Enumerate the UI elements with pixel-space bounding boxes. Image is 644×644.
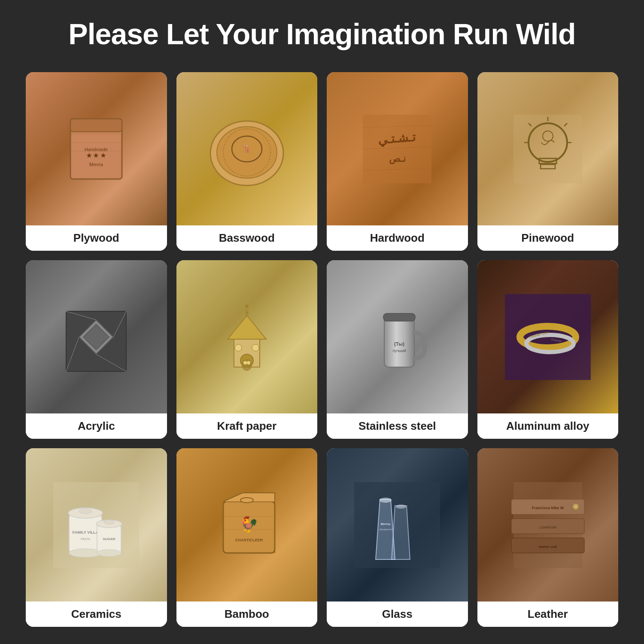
svg-point-61 xyxy=(79,509,92,514)
svg-point-42 xyxy=(242,359,252,371)
svg-point-40 xyxy=(252,344,259,351)
card-label-pinewood: Pinewood xyxy=(477,225,619,251)
card-pinewood: Pinewood xyxy=(477,72,619,251)
card-bamboo: 🐓 CHANTICLEER Bamboo xyxy=(176,448,318,627)
card-label-kraftpaper: Kraft paper xyxy=(176,413,318,439)
svg-text:CHANTICLEER: CHANTICLEER xyxy=(235,538,263,542)
svg-text:FAMILY VILLA: FAMILY VILLA xyxy=(73,530,99,535)
svg-text:نـص: نـص xyxy=(389,153,406,164)
svg-text:🐓: 🐓 xyxy=(240,515,258,533)
svg-text:leather craft: leather craft xyxy=(539,545,557,549)
card-image-glass: Мечты сбываются xyxy=(327,448,468,601)
card-label-basswood: Basswood xyxy=(176,225,318,251)
card-aluminum: Forever Love Forever Aluminum alloy xyxy=(477,260,619,439)
svg-text:SUGAR: SUGAR xyxy=(103,537,115,541)
svg-text:Francisca Nike W: Francisca Nike W xyxy=(532,506,564,510)
card-image-bamboo: 🐓 CHANTICLEER xyxy=(176,448,318,601)
card-image-leather: Francisca Nike W 123456789 leather craft xyxy=(477,448,619,601)
card-kraftpaper: ★ Kraft paper xyxy=(176,260,318,439)
card-image-basswood: 🦌 xyxy=(176,72,318,225)
card-leather: Francisca Nike W 123456789 leather craft… xyxy=(477,448,619,627)
card-label-bamboo: Bamboo xyxy=(176,601,318,627)
svg-point-89 xyxy=(574,505,577,508)
card-image-kraftpaper: ★ xyxy=(176,260,318,413)
card-hardwood: تـشـتـي نـص Hardwood xyxy=(327,72,468,251)
svg-point-66 xyxy=(97,550,121,556)
svg-marker-37 xyxy=(228,316,266,339)
svg-point-68 xyxy=(104,520,114,524)
card-label-stainless: Stainless steel xyxy=(327,413,468,439)
card-image-acrylic xyxy=(26,260,167,413)
svg-point-71 xyxy=(240,498,253,503)
card-label-leather: Leather xyxy=(477,601,619,627)
card-glass: Мечты сбываются Glass xyxy=(327,448,468,627)
card-label-hardwood: Hardwood xyxy=(327,225,468,251)
card-image-aluminum: Forever Love Forever xyxy=(477,260,619,413)
svg-point-44 xyxy=(247,361,250,365)
svg-point-39 xyxy=(235,344,242,351)
svg-text:PASTA: PASTA xyxy=(81,538,90,541)
svg-point-43 xyxy=(243,361,247,365)
svg-text:лучший: лучший xyxy=(392,349,406,353)
card-image-stainless: {Ты} лучший xyxy=(327,260,468,413)
card-image-ceramics: FAMILY VILLA PASTA SUGAR xyxy=(26,448,167,601)
card-label-ceramics: Ceramics xyxy=(26,601,167,627)
svg-text:Мечта: Мечта xyxy=(89,162,103,167)
svg-text:123456789: 123456789 xyxy=(539,526,557,529)
svg-text:🦌: 🦌 xyxy=(241,143,252,153)
svg-text:★ ★ ★: ★ ★ ★ xyxy=(86,152,106,159)
page-title: Please Let Your Imagination Run Wild xyxy=(68,17,575,51)
card-ceramics: FAMILY VILLA PASTA SUGAR Ceramics xyxy=(26,448,167,627)
svg-point-80 xyxy=(396,504,406,509)
card-basswood: 🦌 Basswood xyxy=(176,72,318,251)
svg-text:сбываются: сбываются xyxy=(379,528,392,531)
materials-grid: ★ ★ ★ Handmade Мечта Plywood xyxy=(26,72,618,627)
svg-point-46 xyxy=(245,304,249,308)
card-image-hardwood: تـشـتـي نـص xyxy=(327,72,468,225)
card-label-plywood: Plywood xyxy=(26,225,167,251)
card-label-aluminum: Aluminum alloy xyxy=(477,413,619,439)
card-label-acrylic: Acrylic xyxy=(26,413,167,439)
svg-rect-48 xyxy=(383,313,415,321)
svg-point-79 xyxy=(380,498,392,503)
card-image-plywood: ★ ★ ★ Handmade Мечта xyxy=(26,72,167,225)
svg-rect-1 xyxy=(70,119,122,132)
card-plywood: ★ ★ ★ Handmade Мечта Plywood xyxy=(26,72,167,251)
svg-rect-13 xyxy=(363,115,431,183)
card-label-glass: Glass xyxy=(327,601,468,627)
svg-text:{Ты}: {Ты} xyxy=(394,341,405,346)
card-stainless: {Ты} лучший Stainless steel xyxy=(327,260,468,439)
svg-rect-19 xyxy=(513,115,582,183)
svg-text:Мечты: Мечты xyxy=(381,522,391,526)
card-acrylic: Acrylic xyxy=(26,260,167,439)
card-image-pinewood xyxy=(477,72,619,225)
